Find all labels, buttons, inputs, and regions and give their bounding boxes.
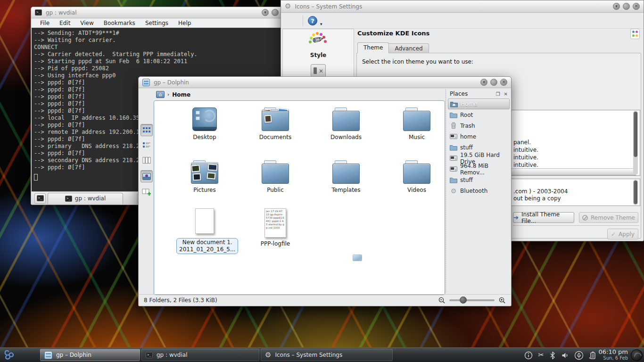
tab-theme[interactable]: Theme [357,42,389,53]
overview-icon[interactable] [630,29,640,39]
zoom-in-icon[interactable] [498,296,506,304]
bluetooth-tray-icon[interactable] [549,351,556,360]
description-scrollbar-thumb[interactable] [634,181,637,204]
taskbar-task-settings[interactable]: ⚙ Icons – System Settings [261,349,393,361]
menu-item[interactable]: Edit [59,20,70,26]
home-folder-icon[interactable]: ⌂ [156,91,165,98]
sidebar-item-label: Style [283,52,354,58]
apply-button[interactable]: ✓ Apply [607,229,638,239]
close-icon[interactable]: ✕ [500,79,507,86]
folder-item-videos[interactable]: Videos [388,160,445,193]
removable-drive-icon [450,165,457,173]
pictures-folder-icon [191,160,218,184]
maximize-icon[interactable] [272,9,279,16]
folder-item-public[interactable]: Public [247,160,304,193]
taskbar-task-dolphin[interactable]: gp – Dolphin [40,349,140,361]
theme-description-fragment: panel. [513,139,538,147]
battery-tray-icon[interactable] [588,351,597,360]
place-label: stuff [460,144,473,151]
sidebar-item-style[interactable]: ✏ Style [283,29,354,58]
menu-item[interactable]: View [80,20,93,26]
folder-view[interactable]: Desktop Documents Downloads Music [154,100,445,295]
maximize-icon[interactable] [490,79,497,86]
import-icon: ➔ [513,214,519,221]
terminal-line: --> Sending: ATDT*99***1# [34,30,282,37]
place-item-home-drive[interactable]: home [448,131,510,142]
forward-button[interactable] [140,108,153,120]
folder-item-downloads[interactable]: Downloads [318,107,374,140]
klipper-scissors-icon[interactable]: ✂ [538,352,544,359]
folder-icon [262,160,289,184]
place-label: Bluetooth [460,188,487,194]
folder-icon [332,107,360,131]
zoom-slider[interactable] [449,299,495,301]
place-item-trash[interactable]: Trash [448,120,510,131]
dolphin-titlebar[interactable]: gp – Dolphin ▾ ✕ [139,77,511,88]
volume-tray-icon[interactable] [561,351,570,360]
app-launcher-button[interactable] [1,348,17,362]
place-item-bluetooth[interactable]: ⚙ Bluetooth [448,185,510,196]
new-tab-button[interactable]: >_ [34,193,46,204]
maximize-icon[interactable] [623,3,630,10]
konsole-titlebar[interactable]: >_ gp : wvdial ▾ [31,7,282,18]
close-panel-icon[interactable]: ✕ [504,91,508,97]
folder-item-music[interactable]: Music [388,107,445,140]
menu-item[interactable]: Help [178,20,191,26]
tab-advanced[interactable]: Advanced [389,43,429,53]
konsole-tab[interactable]: >_ gp : wvdial [48,193,123,204]
minimize-icon[interactable]: ▾ [262,9,269,16]
info-tray-icon[interactable] [524,351,533,360]
breadcrumb-home[interactable]: Home [172,91,190,98]
folder-icon [450,111,457,119]
minimize-icon[interactable]: ▾ [480,79,487,86]
preview-button[interactable] [140,170,153,182]
place-item-root[interactable]: Root [448,109,510,120]
back-button[interactable] [140,92,153,105]
task-label: gp – Dolphin [56,352,91,358]
place-item-home[interactable]: Home [448,99,510,109]
chevron-down-icon[interactable]: ▾ [320,22,322,28]
digital-clock[interactable]: 06:10 pm Sun, 6 Feb [598,349,628,361]
list-scrollbar[interactable] [633,111,638,175]
minimize-icon[interactable]: ▾ [613,3,620,10]
place-item-stuff2[interactable]: stuff [448,174,510,185]
panel-cashew-icon[interactable] [631,349,643,361]
install-theme-label: Install Theme File... [521,211,574,224]
list-scrollbar-thumb[interactable] [634,112,637,157]
folder-icon [450,144,457,151]
taskbar-task-konsole[interactable]: >_ gp : wvdial [141,349,259,361]
usb-device-tray-icon[interactable] [574,351,584,360]
folder-item-templates[interactable]: Templates [318,160,374,193]
detach-panel-icon[interactable]: ❐ [496,91,500,97]
file-item-new-document[interactable]: New document 1. 2011_01_20_16_5... [176,208,233,254]
zoom-out-icon[interactable] [438,296,446,304]
clock-date: Sun, 6 Feb [598,355,628,361]
folder-item-pictures[interactable]: Pictures [176,160,233,193]
details-view-button[interactable] [140,139,153,151]
button-separator [513,225,639,226]
zoom-slider-handle[interactable] [460,296,467,304]
breadcrumb-separator: › [167,92,169,97]
place-item-removable[interactable]: 964.8 MiB Remov... [448,164,510,174]
install-theme-button[interactable]: ➔ Install Theme File... [513,212,574,223]
folder-label: Videos [388,187,445,193]
split-view-button[interactable] [140,186,153,198]
settings-titlebar[interactable]: ⚙ Icons – System Settings ▾ ✕ [281,0,644,13]
icons-view-button[interactable] [140,124,153,136]
folder-item-desktop[interactable]: Desktop [176,107,233,140]
folder-item-documents[interactable]: Documents [247,107,304,140]
help-icon[interactable]: ? [308,16,317,25]
columns-view-button[interactable] [140,154,153,166]
remove-theme-button[interactable]: Remove Theme [579,212,638,223]
menu-item[interactable]: Bookmarks [104,20,135,26]
back-button[interactable] [285,15,298,26]
file-item-ppp-logfile[interactable]: Jan 17 09:47:18 gp-Aspire-5738 pppd[1946… [247,208,304,247]
menu-item[interactable]: Settings [145,20,168,26]
dolphin-window: gp – Dolphin ▾ ✕ ⌂ › Home [138,76,512,306]
close-icon[interactable]: ✕ [633,3,640,10]
apply-label: Apply [619,231,635,238]
theme-list-text: panel.intuitive.intuitive.intuitive. [513,139,538,169]
menu-item[interactable]: File [40,20,50,26]
place-label: stuff [460,177,473,183]
description-scrollbar[interactable] [633,180,638,205]
